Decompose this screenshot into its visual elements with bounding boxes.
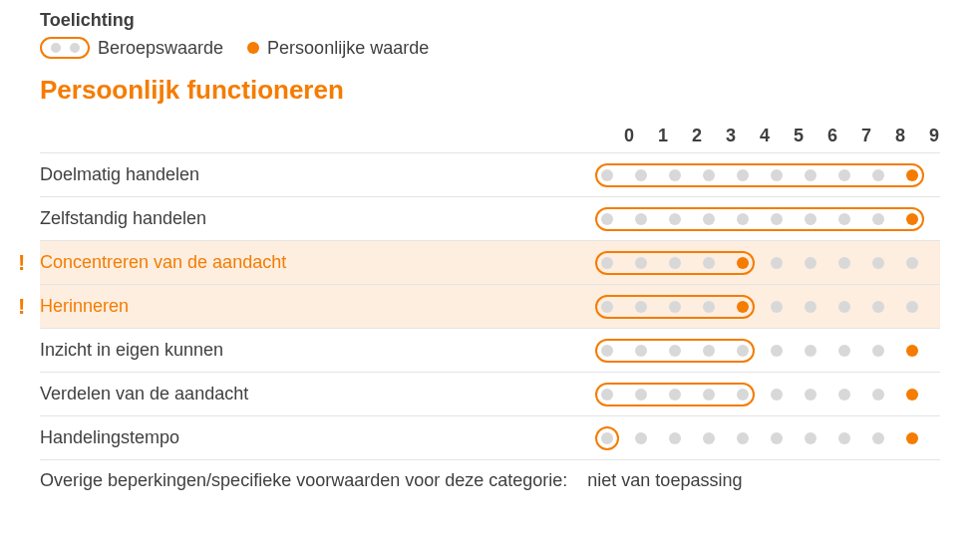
scale-dot[interactable] (635, 301, 647, 313)
scale-dot[interactable] (703, 432, 715, 444)
rating-scale[interactable] (601, 389, 940, 401)
alert-icon: ! (18, 250, 25, 276)
table-header: 0123456789 (40, 120, 940, 153)
scale-header-num: 3 (725, 126, 737, 146)
scale-dot[interactable] (872, 345, 884, 357)
scale-dot[interactable] (737, 345, 749, 357)
scale-dot[interactable] (872, 432, 884, 444)
scale-dot[interactable] (669, 301, 681, 313)
scale-dot[interactable] (737, 432, 749, 444)
scale-dot[interactable] (601, 345, 613, 357)
scale-dot[interactable] (635, 257, 647, 269)
scale-dot[interactable] (601, 169, 613, 181)
rating-scale[interactable] (601, 257, 940, 269)
scale-dot[interactable] (669, 389, 681, 401)
legend-title: Toelichting (40, 10, 940, 31)
scale-dot[interactable] (601, 389, 613, 401)
scale-dot[interactable] (601, 301, 613, 313)
scale-dot[interactable] (669, 345, 681, 357)
scale-dot[interactable] (805, 389, 817, 401)
scale-dot[interactable] (805, 257, 817, 269)
scale-dot[interactable] (669, 257, 681, 269)
scale-dot[interactable] (771, 432, 783, 444)
scale-dot[interactable] (635, 169, 647, 181)
scale-dot[interactable] (838, 432, 850, 444)
table-row: !Concentreren van de aandacht (40, 241, 940, 285)
row-label: Concentreren van de aandacht (40, 252, 286, 273)
scale-dot[interactable] (737, 213, 749, 225)
scale-header-num: 9 (928, 126, 940, 146)
scale-dot[interactable] (906, 301, 918, 313)
personal-value-dot[interactable] (906, 169, 918, 181)
scale-dot[interactable] (635, 432, 647, 444)
legend-professional-label: Beroepswaarde (98, 38, 223, 59)
personal-value-dot[interactable] (906, 389, 918, 401)
scale-dot[interactable] (703, 345, 715, 357)
scale-dot[interactable] (838, 213, 850, 225)
rating-scale[interactable] (601, 301, 940, 313)
scale-dot[interactable] (872, 389, 884, 401)
scale-dot[interactable] (838, 345, 850, 357)
rating-scale[interactable] (601, 345, 940, 357)
scale-header-num: 0 (623, 126, 635, 146)
scale-dot[interactable] (601, 257, 613, 269)
scale-dot[interactable] (703, 169, 715, 181)
footer-row: Overige beperkingen/specifieke voorwaard… (40, 460, 940, 501)
row-label: Handelingstempo (40, 427, 179, 448)
personal-value-dot[interactable] (737, 257, 749, 269)
scale-dot[interactable] (635, 213, 647, 225)
scale-dot[interactable] (601, 213, 613, 225)
personal-value-dot[interactable] (906, 432, 918, 444)
row-label: Verdelen van de aandacht (40, 384, 248, 404)
scale-dot[interactable] (737, 169, 749, 181)
scale-dot[interactable] (737, 389, 749, 401)
row-label: Zelfstandig handelen (40, 208, 206, 229)
scale-dot[interactable] (771, 389, 783, 401)
personal-value-dot[interactable] (737, 301, 749, 313)
scale-dot[interactable] (872, 301, 884, 313)
scale-dot[interactable] (838, 301, 850, 313)
scale-header-num: 6 (826, 126, 838, 146)
scale-dot[interactable] (703, 389, 715, 401)
legend: Beroepswaarde Persoonlijke waarde (40, 37, 940, 59)
scale-dot[interactable] (805, 213, 817, 225)
scale-header-num: 7 (860, 126, 872, 146)
scale-dot[interactable] (805, 301, 817, 313)
scale-dot[interactable] (601, 432, 613, 444)
scale-dot[interactable] (771, 169, 783, 181)
scale-dot[interactable] (805, 432, 817, 444)
table-row: Handelingstempo (40, 416, 940, 460)
scale-dot[interactable] (771, 301, 783, 313)
personal-value-dot[interactable] (906, 213, 918, 225)
scale-dot[interactable] (669, 213, 681, 225)
scale-dot[interactable] (838, 257, 850, 269)
scale-dot[interactable] (669, 169, 681, 181)
dot-icon (247, 42, 259, 54)
scale-dot[interactable] (805, 345, 817, 357)
scale-dot[interactable] (872, 169, 884, 181)
scale-dot[interactable] (669, 432, 681, 444)
scale-dot[interactable] (906, 257, 918, 269)
scale-dot[interactable] (771, 345, 783, 357)
scale-dot[interactable] (635, 345, 647, 357)
legend-personal-label: Persoonlijke waarde (267, 38, 429, 59)
personal-value-dot[interactable] (906, 345, 918, 357)
rating-scale[interactable] (601, 213, 940, 225)
rating-scale[interactable] (601, 432, 940, 444)
scale-header-num: 5 (793, 126, 805, 146)
scale-dot[interactable] (872, 257, 884, 269)
scale-dot[interactable] (838, 169, 850, 181)
scale-dot[interactable] (805, 169, 817, 181)
scale-dot[interactable] (703, 213, 715, 225)
rating-scale[interactable] (601, 169, 940, 181)
scale-dot[interactable] (838, 389, 850, 401)
scale-dot[interactable] (635, 389, 647, 401)
footer-value: niet van toepassing (587, 470, 742, 490)
row-label: Inzicht in eigen kunnen (40, 340, 223, 361)
scale-dot[interactable] (703, 257, 715, 269)
scale-dot[interactable] (703, 301, 715, 313)
scale-dot[interactable] (872, 213, 884, 225)
table-row: Doelmatig handelen (40, 153, 940, 197)
scale-dot[interactable] (771, 213, 783, 225)
scale-dot[interactable] (771, 257, 783, 269)
